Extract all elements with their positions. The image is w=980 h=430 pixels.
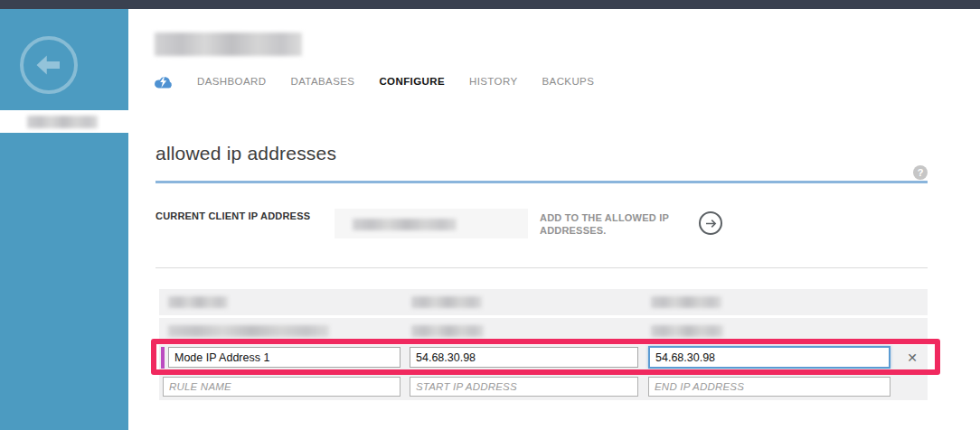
delete-rule-icon[interactable]: ✕: [902, 348, 922, 368]
section-divider: [155, 181, 928, 183]
redacted-sidebar-label: [27, 116, 98, 128]
new-rule-name-input[interactable]: [163, 377, 400, 397]
azure-configure-page: DASHBOARD DATABASES CONFIGURE HISTORY BA…: [0, 0, 980, 430]
tab-backups[interactable]: BACKUPS: [542, 76, 594, 87]
tab-configure[interactable]: CONFIGURE: [379, 76, 445, 87]
tab-history[interactable]: HISTORY: [469, 76, 518, 87]
table-row-redacted-1: [159, 289, 928, 315]
redacted-client-ip: [353, 219, 457, 230]
sidebar: [0, 9, 128, 430]
new-end-ip-input[interactable]: [648, 377, 890, 397]
table-top-divider: [155, 267, 928, 268]
unsaved-change-marker: [161, 347, 165, 369]
redacted-page-title: [155, 33, 302, 56]
current-client-ip-label: CURRENT CLIENT IP ADDRESS: [155, 210, 310, 221]
tab-dashboard[interactable]: DASHBOARD: [197, 76, 266, 87]
sidebar-item-selected[interactable]: [0, 110, 128, 133]
help-icon[interactable]: ?: [913, 165, 928, 180]
redacted-rule-name: [168, 296, 228, 308]
tab-bar: DASHBOARD DATABASES CONFIGURE HISTORY BA…: [154, 73, 594, 89]
end-ip-input[interactable]: [648, 346, 890, 369]
window-top-bar: [0, 0, 980, 9]
arrow-right-icon: [705, 219, 717, 229]
new-start-ip-input[interactable]: [410, 377, 638, 397]
back-button[interactable]: [20, 36, 78, 94]
redacted-end-ip: [651, 325, 723, 337]
table-row-redacted-2: [159, 318, 928, 344]
redacted-start-ip: [411, 325, 484, 337]
tab-databases[interactable]: DATABASES: [290, 76, 354, 87]
section-heading: allowed ip addresses: [155, 143, 336, 164]
cloud-lightning-icon: [154, 75, 173, 89]
add-to-allowed-button[interactable]: [699, 211, 722, 235]
current-client-ip-value: [335, 209, 528, 238]
start-ip-input[interactable]: [410, 347, 638, 368]
rule-name-input[interactable]: [168, 347, 400, 368]
redacted-rule-name: [168, 325, 329, 337]
add-to-allowed-label: ADD TO THE ALLOWED IP ADDRESSES.: [540, 211, 674, 237]
redacted-end-ip: [651, 296, 721, 308]
redacted-start-ip: [411, 296, 482, 308]
arrow-left-icon: [33, 49, 65, 81]
